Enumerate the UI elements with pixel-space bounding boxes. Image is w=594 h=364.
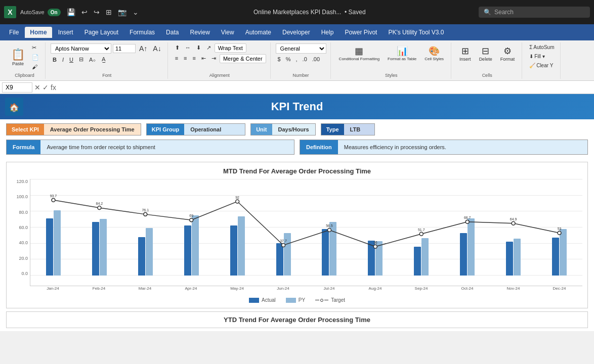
camera-icon[interactable]: 📷 bbox=[116, 7, 129, 17]
align-right-button[interactable]: ≡ bbox=[191, 54, 198, 63]
autosum-button[interactable]: ΣAutoSum bbox=[527, 43, 556, 51]
styles-group: ▦ Conditional Formatting 📊 Format as Tab… bbox=[332, 42, 452, 79]
month-group-Nov-24 bbox=[490, 239, 536, 276]
tab-file[interactable]: File bbox=[4, 27, 24, 38]
save-icon[interactable]: 💾 bbox=[65, 7, 77, 17]
wrap-text-button[interactable]: Wrap Text bbox=[215, 43, 246, 53]
tab-insert[interactable]: Insert bbox=[53, 27, 78, 38]
tab-view[interactable]: View bbox=[216, 27, 239, 38]
tab-automate[interactable]: Automate bbox=[240, 27, 276, 38]
bold-button[interactable]: B bbox=[51, 56, 59, 64]
underline-button[interactable]: U bbox=[67, 56, 75, 64]
increase-font-button[interactable]: A↑ bbox=[137, 43, 149, 54]
x-label-Jun-24: Jun-24 bbox=[260, 286, 306, 295]
delete-cells-button[interactable]: ⊟ Delete bbox=[476, 43, 495, 64]
format-cells-button[interactable]: ⚙ Format bbox=[497, 43, 518, 64]
undo-icon[interactable]: ↩ bbox=[79, 7, 90, 17]
styles-top: ▦ Conditional Formatting 📊 Format as Tab… bbox=[336, 43, 447, 63]
decrease-decimal-button[interactable]: .0 bbox=[301, 55, 309, 63]
decrease-font-button[interactable]: A↓ bbox=[151, 43, 163, 54]
months-bars bbox=[30, 179, 582, 286]
x-label-Apr-24: Apr-24 bbox=[168, 286, 214, 295]
tab-review[interactable]: Review bbox=[185, 27, 215, 38]
increase-decimal-button[interactable]: .00 bbox=[310, 55, 322, 63]
insert-function-icon[interactable]: fx bbox=[51, 83, 56, 92]
font-size-input[interactable] bbox=[113, 44, 136, 53]
number-format-select[interactable]: General bbox=[276, 43, 326, 54]
merge-center-button[interactable]: Merge & Center bbox=[220, 54, 266, 63]
bar-actual-May-24 bbox=[230, 225, 237, 276]
fill-button[interactable]: ⬇Fill ▾ bbox=[527, 53, 556, 60]
bar-py-Mar-24 bbox=[146, 228, 153, 276]
cell-styles-button[interactable]: 🎨 Cell Styles bbox=[421, 43, 447, 63]
kpi-group-group: KPI Group Operational bbox=[146, 123, 245, 135]
select-kpi-label: Select KPI bbox=[7, 124, 44, 135]
decrease-indent-button[interactable]: ⇤ bbox=[199, 54, 208, 63]
align-left-button[interactable]: ≡ bbox=[173, 54, 180, 63]
type-value[interactable]: LTB bbox=[344, 124, 374, 135]
target-label: Target bbox=[331, 297, 345, 303]
comma-button[interactable]: , bbox=[294, 55, 300, 63]
cut-button[interactable]: ✂ bbox=[30, 43, 41, 52]
cell-reference-input[interactable] bbox=[2, 82, 32, 93]
fill-color-button[interactable]: A⬦ bbox=[87, 56, 98, 64]
tab-help[interactable]: Help bbox=[316, 27, 339, 38]
grid-icon[interactable]: ⊞ bbox=[104, 7, 114, 17]
insert-cells-button[interactable]: ⊞ Insert bbox=[456, 43, 474, 64]
tab-page-layout[interactable]: Page Layout bbox=[79, 27, 123, 38]
align-middle-button[interactable]: ↔ bbox=[183, 43, 193, 53]
conditional-formatting-button[interactable]: ▦ Conditional Formatting bbox=[336, 43, 383, 63]
confirm-icon[interactable]: ✓ bbox=[43, 83, 49, 92]
currency-button[interactable]: $ bbox=[276, 55, 283, 63]
increase-indent-button[interactable]: ⇥ bbox=[209, 54, 218, 63]
redo-icon[interactable]: ↪ bbox=[92, 7, 102, 17]
search-box[interactable]: 🔍 Search bbox=[479, 7, 590, 18]
tab-pks-tool[interactable]: PK's Utility Tool V3.0 bbox=[383, 27, 449, 38]
align-top-button[interactable]: ⬆ bbox=[173, 43, 182, 53]
legend-py: PY bbox=[286, 297, 305, 303]
format-table-button[interactable]: 📊 Format as Table bbox=[385, 43, 419, 63]
tab-developer[interactable]: Developer bbox=[277, 27, 315, 38]
copy-button[interactable]: 📄 bbox=[30, 53, 41, 62]
bar-actual-Jun-24 bbox=[276, 243, 283, 276]
home-button[interactable]: 🏠 bbox=[5, 98, 23, 116]
kpi-group-value[interactable]: Operational bbox=[184, 124, 245, 135]
bar-py-May-24 bbox=[238, 216, 245, 276]
number-label: Number bbox=[293, 72, 309, 78]
text-direction-button[interactable]: ↗ bbox=[204, 43, 213, 53]
formula-input[interactable] bbox=[58, 84, 592, 91]
bar-actual-Nov-24 bbox=[506, 242, 513, 276]
tab-formulas[interactable]: Formulas bbox=[124, 27, 160, 38]
clear-button[interactable]: 🧹Clear Y bbox=[527, 62, 556, 69]
bar-py-Aug-24 bbox=[375, 241, 383, 276]
more-icon[interactable]: ⌄ bbox=[131, 7, 141, 17]
unit-value[interactable]: Days/Hours bbox=[272, 124, 315, 135]
mtd-chart-container: MTD Trend For Average Order Processing T… bbox=[6, 162, 588, 308]
autosave-toggle[interactable]: On bbox=[48, 9, 61, 16]
x-label-Jan-24: Jan-24 bbox=[30, 286, 76, 295]
select-kpi-value[interactable]: Average Order Processing Time bbox=[44, 124, 141, 135]
formula-def-row: Formula Average time from order receipt … bbox=[0, 140, 594, 159]
tab-power-pivot[interactable]: Power Pivot bbox=[340, 27, 382, 38]
bar-actual-Dec-24 bbox=[552, 238, 559, 276]
cells-label: Cells bbox=[482, 72, 492, 78]
align-bottom-button[interactable]: ⬇ bbox=[194, 43, 203, 53]
clipboard-top: 📋 Paste ✂ 📄 🖌 bbox=[8, 43, 41, 71]
paste-button[interactable]: 📋 Paste bbox=[8, 46, 28, 68]
tab-data[interactable]: Data bbox=[161, 27, 184, 38]
percent-button[interactable]: % bbox=[284, 55, 293, 63]
x-label-Aug-24: Aug-24 bbox=[352, 286, 398, 295]
align-center-button[interactable]: ≡ bbox=[182, 54, 189, 63]
formula-label: Formula bbox=[7, 140, 40, 154]
font-color-button[interactable]: A̲ bbox=[100, 55, 108, 64]
font-family-select[interactable]: Aptos Narrow bbox=[51, 43, 111, 54]
definition-value: Measures efficiency in processing orders… bbox=[338, 140, 587, 154]
alignment-group: ⬆ ↔ ⬇ ↗ Wrap Text ≡ ≡ ≡ ⇤ ⇥ Merge & Cent… bbox=[169, 42, 271, 79]
format-painter-button[interactable]: 🖌 bbox=[30, 63, 41, 71]
italic-button[interactable]: I bbox=[60, 56, 66, 64]
border-button[interactable]: ⊟ bbox=[77, 55, 86, 64]
chart-grid: 120.0 100.0 80.0 60.0 40.0 20.0 0.0 bbox=[12, 179, 582, 286]
py-swatch bbox=[286, 298, 296, 303]
cancel-icon[interactable]: ✕ bbox=[34, 83, 40, 92]
tab-home[interactable]: Home bbox=[25, 27, 52, 38]
